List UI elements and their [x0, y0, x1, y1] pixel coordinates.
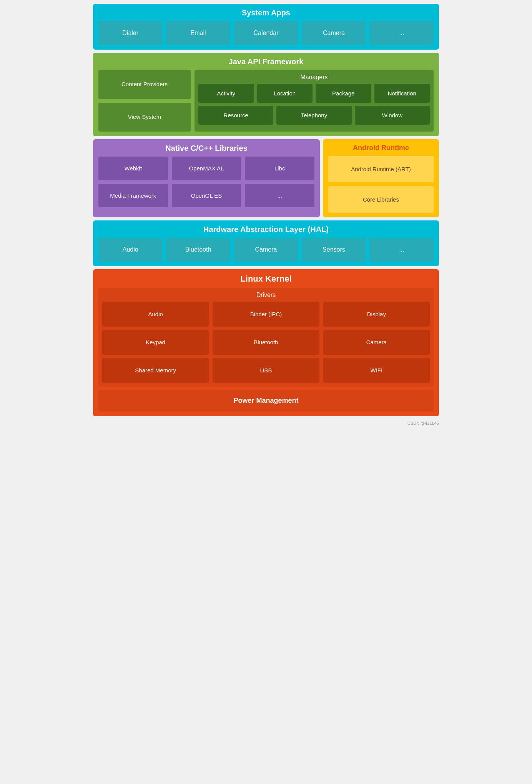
- android-architecture-diagram: System Apps Dialer Email Calendar Camera…: [93, 4, 439, 427]
- drivers-section: Drivers Audio Binder (IPC) Display Keypa…: [98, 288, 434, 387]
- package-manager: Package: [316, 84, 371, 103]
- driver-wifi: WIFI: [323, 358, 430, 383]
- native-libs-title: Native C/C++ Libraries: [98, 144, 314, 153]
- hal-camera-box: Camera: [234, 238, 298, 262]
- driver-row-2: Keypad Bluetooth Camera: [102, 330, 430, 355]
- content-providers-box: Content Providers: [98, 70, 191, 99]
- linux-kernel-layer: Linux Kernel Drivers Audio Binder (IPC) …: [93, 269, 439, 416]
- system-apps-boxes: Dialer Email Calendar Camera ...: [98, 21, 434, 45]
- power-management-box: Power Management: [98, 390, 434, 412]
- more-box: ...: [370, 21, 434, 45]
- email-box: Email: [166, 21, 230, 45]
- driver-bluetooth: Bluetooth: [213, 330, 319, 355]
- resource-manager: Resource: [198, 106, 273, 125]
- activity-manager: Activity: [198, 84, 254, 103]
- java-api-title: Java API Framework: [98, 57, 434, 66]
- view-system-box: View System: [98, 103, 191, 132]
- java-api-layer: Java API Framework Content Providers Vie…: [93, 53, 439, 136]
- linux-kernel-title: Linux Kernel: [98, 274, 434, 284]
- native-libs-boxes: Webkit OpenMAX AL Libc Media Framework O…: [98, 157, 314, 207]
- notification-manager: Notification: [374, 84, 430, 103]
- android-runtime-boxes: Android Runtime (ART) Core Libraries: [328, 156, 434, 213]
- java-api-content: Content Providers View System Managers A…: [98, 70, 434, 132]
- system-apps-layer: System Apps Dialer Email Calendar Camera…: [93, 4, 439, 50]
- managers-row2: Resource Telephony Window: [198, 106, 430, 125]
- driver-shared-memory: Shared Memory: [102, 358, 209, 383]
- java-api-left: Content Providers View System: [98, 70, 191, 132]
- location-manager: Location: [257, 84, 313, 103]
- hal-title: Hardware Abstraction Layer (HAL): [98, 225, 434, 234]
- android-runtime-layer: Android Runtime Android Runtime (ART) Co…: [323, 139, 439, 217]
- art-box: Android Runtime (ART): [328, 156, 434, 182]
- hal-more-box: ...: [370, 238, 434, 262]
- driver-display: Display: [323, 302, 430, 327]
- native-libs-row1: Webkit OpenMAX AL Libc: [98, 157, 314, 180]
- native-runtime-row: Native C/C++ Libraries Webkit OpenMAX AL…: [93, 139, 439, 217]
- managers-row1: Activity Location Package Notification: [198, 84, 430, 103]
- hal-bluetooth-box: Bluetooth: [166, 238, 230, 262]
- telephony-manager: Telephony: [276, 106, 351, 125]
- opengl-box: OpenGL ES: [172, 184, 241, 207]
- hal-layer: Hardware Abstraction Layer (HAL) Audio B…: [93, 220, 439, 266]
- driver-camera: Camera: [323, 330, 430, 355]
- driver-binder: Binder (IPC): [213, 302, 319, 327]
- android-runtime-title: Android Runtime: [328, 144, 434, 152]
- driver-keypad: Keypad: [102, 330, 209, 355]
- native-libs-layer: Native C/C++ Libraries Webkit OpenMAX AL…: [93, 139, 320, 217]
- hal-boxes: Audio Bluetooth Camera Sensors ...: [98, 238, 434, 262]
- driver-usb: USB: [213, 358, 319, 383]
- driver-row-1: Audio Binder (IPC) Display: [102, 302, 430, 327]
- hal-sensors-box: Sensors: [302, 238, 366, 262]
- calendar-box: Calendar: [234, 21, 298, 45]
- webkit-box: Webkit: [98, 157, 168, 180]
- drivers-title: Drivers: [102, 292, 430, 299]
- system-apps-title: System Apps: [98, 8, 434, 17]
- libc-box: Libc: [245, 157, 314, 180]
- managers-title: Managers: [198, 74, 430, 81]
- watermark: CSDN @421L45: [93, 419, 439, 427]
- window-manager: Window: [355, 106, 430, 125]
- java-api-right: Managers Activity Location Package Notif…: [195, 70, 434, 132]
- openmax-box: OpenMAX AL: [172, 157, 241, 180]
- native-libs-row2: Media Framework OpenGL ES ...: [98, 184, 314, 207]
- camera-box: Camera: [302, 21, 366, 45]
- driver-audio: Audio: [102, 302, 209, 327]
- hal-audio-box: Audio: [98, 238, 162, 262]
- native-more-box: ...: [245, 184, 314, 207]
- media-framework-box: Media Framework: [98, 184, 168, 207]
- driver-row-3: Shared Memory USB WIFI: [102, 358, 430, 383]
- core-libraries-box: Core Libraries: [328, 186, 434, 213]
- dialer-box: Dialer: [98, 21, 162, 45]
